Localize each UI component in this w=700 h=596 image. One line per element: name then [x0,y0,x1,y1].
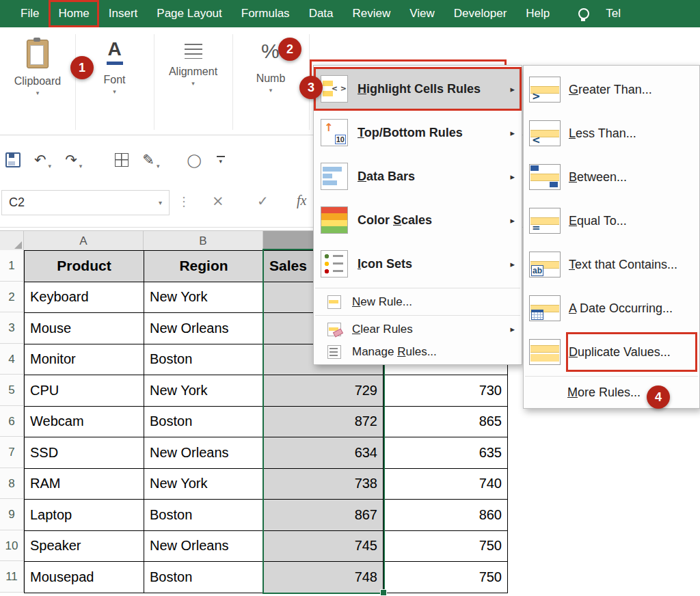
cell-B3[interactable]: New Orleans [144,313,264,344]
tab-view[interactable]: View [400,0,444,27]
cell-A2[interactable]: Keyboard [25,282,144,314]
col-header-B[interactable]: B [144,230,263,250]
row-header-6[interactable]: 6 [0,406,24,437]
menu-item-data-bars[interactable]: Data Bars▸ [314,154,522,198]
submenu-item-between[interactable]: Between... [524,155,699,199]
tell-me-label[interactable]: Tel [606,7,621,21]
cell-D11[interactable]: 750 [383,562,508,593]
cell-D5[interactable]: 730 [383,375,508,407]
name-box-chevron-icon[interactable]: ▾ [159,199,162,206]
row-header-11[interactable]: 11 [0,561,24,593]
redo-icon[interactable]: ↷ [65,152,77,168]
submenu-item-less-than[interactable]: Less Than... [524,111,699,155]
cell-B1[interactable]: Region [144,251,264,282]
cell-A6[interactable]: Webcam [25,407,144,438]
cell-C8[interactable]: 738 [264,469,383,500]
tab-data[interactable]: Data [299,0,343,27]
cell-A3[interactable]: Mouse [25,313,144,344]
circle-shape-icon[interactable]: ◯ [187,152,201,167]
cell-B8[interactable]: New York [144,469,264,500]
clipboard-icon[interactable] [27,40,49,68]
customize-qat-icon[interactable]: ▾ [217,156,225,165]
cell-B5[interactable]: New York [144,375,264,407]
submenu-item-more-rules[interactable]: More Rules... [524,379,699,406]
ribbon-group-label-numb[interactable]: Numb▾ [232,72,309,94]
menu-item-new-rule[interactable]: New Rule... [314,290,522,313]
cell-B7[interactable]: New Orleans [144,437,264,469]
tab-page-layout[interactable]: Page Layout [147,0,231,27]
font-a-icon[interactable] [103,38,126,67]
cell-B9[interactable]: Boston [144,500,264,531]
alignment-lines-icon[interactable] [185,44,202,59]
insert-function-icon[interactable]: fx [297,193,306,208]
row-header-10[interactable]: 10 [0,530,24,562]
tab-home[interactable]: Home [49,0,98,27]
row-header-9[interactable]: 9 [0,499,24,530]
undo-chevron-icon[interactable]: ▾ [49,163,52,170]
row-header-1[interactable]: 1 [0,250,24,282]
submenu-item-text-that-contains[interactable]: Text that Contains... [524,243,699,286]
submenu-item-a-date-occurring[interactable]: A Date Occurring... [524,286,699,330]
menu-item-highlight-cells-rules[interactable]: Highlight Cells Rules▸ [314,67,522,111]
cell-A1[interactable]: Product [25,251,144,282]
row-header-2[interactable]: 2 [0,282,24,313]
cell-A8[interactable]: RAM [25,469,144,500]
enter-icon[interactable]: ✓ [257,193,269,209]
cell-A4[interactable]: Monitor [25,344,144,376]
pen-icon[interactable]: ✎ [142,152,154,168]
col-header-A[interactable]: A [24,230,144,250]
cell-B10[interactable]: New Orleans [144,531,264,563]
tab-formulas[interactable]: Formulas [232,0,299,27]
cell-A11[interactable]: Mousepad [25,562,144,593]
submenu-item-equal-to[interactable]: Equal To... [524,199,699,243]
cell-B11[interactable]: Boston [144,562,264,593]
ribbon-group-label-clipboard[interactable]: Clipboard▾ [0,75,75,96]
cell-C5[interactable]: 729 [264,375,383,407]
tab-developer[interactable]: Developer [444,0,517,27]
cell-C10[interactable]: 745 [264,531,383,563]
tab-file[interactable]: File [11,0,49,27]
cell-D6[interactable]: 865 [383,407,508,438]
tab-review[interactable]: Review [343,0,401,27]
menu-item-top-bottom-rules[interactable]: Top/Bottom Rules▸ [314,111,522,154]
cell-C7[interactable]: 634 [264,437,383,469]
cancel-icon[interactable]: × [212,193,224,209]
cell-A7[interactable]: SSD [25,437,144,469]
select-all-corner[interactable] [0,230,24,250]
cell-A9[interactable]: Laptop [25,500,144,531]
menu-item-label: New Rule... [352,295,412,309]
cell-C9[interactable]: 867 [264,500,383,531]
row-header-3[interactable]: 3 [0,312,24,344]
grid-icon[interactable] [115,153,129,167]
cell-A5[interactable]: CPU [25,375,144,407]
lightbulb-icon[interactable] [578,8,589,19]
cell-D8[interactable]: 740 [383,469,508,500]
cell-D9[interactable]: 860 [383,500,508,531]
cell-B2[interactable]: New York [144,282,264,314]
submenu-item-greater-than[interactable]: Greater Than... [524,68,699,111]
menu-item-icon-sets[interactable]: Icon Sets▸ [314,242,522,286]
row-header-8[interactable]: 8 [0,468,24,500]
cell-D10[interactable]: 750 [383,531,508,563]
cell-C6[interactable]: 872 [264,407,383,438]
name-box[interactable]: C2 ▾ [1,190,170,215]
menu-item-color-scales[interactable]: Color Scales▸ [314,198,522,242]
pen-chevron-icon[interactable]: ▾ [157,163,160,170]
redo-chevron-icon[interactable]: ▾ [79,163,83,170]
menu-item-clear-rules[interactable]: Clear Rules▸ [314,318,522,340]
undo-icon[interactable]: ↶ [34,152,46,168]
tab-help[interactable]: Help [516,0,559,27]
cell-C11[interactable]: 748 [264,562,383,593]
cell-D7[interactable]: 635 [383,437,508,469]
tab-insert[interactable]: Insert [99,0,148,27]
cell-B6[interactable]: Boston [144,407,264,438]
row-header-7[interactable]: 7 [0,437,24,468]
row-header-4[interactable]: 4 [0,344,24,375]
cell-B4[interactable]: Boston [144,344,264,376]
row-header-5[interactable]: 5 [0,375,24,406]
cell-A10[interactable]: Speaker [25,531,144,563]
submenu-item-duplicate-values[interactable]: Duplicate Values... [524,330,699,374]
menu-item-manage-rules[interactable]: Manage Rules... [314,340,522,363]
ribbon-group-label-alignment[interactable]: Alignment▾ [154,66,232,87]
save-icon[interactable] [5,152,21,167]
